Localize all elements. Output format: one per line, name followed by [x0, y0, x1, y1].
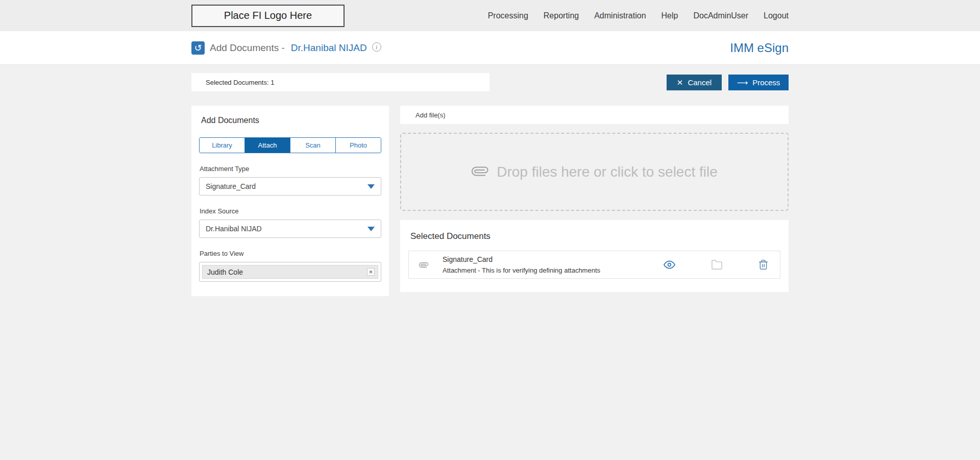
tab-scan[interactable]: Scan	[290, 138, 335, 153]
selected-documents-title: Selected Documents	[410, 231, 780, 241]
top-navigation: Processing Reporting Administration Help…	[488, 11, 789, 20]
cancel-button-label: Cancel	[688, 78, 712, 87]
nav-help[interactable]: Help	[662, 11, 678, 20]
document-description: Attachment - This is for verifying defin…	[443, 267, 600, 274]
toolbar-row: Selected Documents: 1 ✕ Cancel ⟶ Process	[191, 73, 789, 91]
tab-photo[interactable]: Photo	[335, 138, 381, 153]
tab-library[interactable]: Library	[200, 138, 244, 153]
attachment-type-label: Attachment Type	[200, 165, 381, 173]
delete-trash-icon[interactable]	[758, 259, 769, 271]
index-source-select[interactable]: Dr.Hanibal NIJAD	[199, 220, 381, 238]
add-documents-panel: Add Documents Library Attach Scan Photo …	[191, 106, 389, 296]
source-tabs: Library Attach Scan Photo	[199, 137, 381, 153]
files-column: Add file(s) Drop files here or click to …	[400, 106, 789, 292]
paperclip-icon	[416, 257, 431, 273]
document-name: Signature_Card	[443, 255, 600, 263]
attachment-type-value: Signature_Card	[206, 182, 256, 190]
dropzone-text: Drop files here or click to select file	[497, 164, 718, 180]
preview-eye-icon[interactable]	[664, 259, 675, 271]
x-icon: ✕	[677, 79, 683, 86]
page-title: Add Documents -	[210, 42, 285, 54]
parties-to-view-input[interactable]: Judith Cole ×	[199, 262, 381, 282]
toolbar-buttons: ✕ Cancel ⟶ Process	[667, 75, 789, 90]
selected-documents-card: Selected Documents Signature_Card Attach…	[400, 220, 789, 292]
remove-party-icon[interactable]: ×	[367, 268, 375, 276]
nav-logout[interactable]: Logout	[764, 11, 789, 20]
nav-reporting[interactable]: Reporting	[544, 11, 579, 20]
index-source-label: Index Source	[200, 207, 381, 215]
fi-logo-text: Place FI Logo Here	[224, 10, 312, 21]
cancel-button[interactable]: ✕ Cancel	[667, 75, 722, 90]
fi-logo-placeholder: Place FI Logo Here	[191, 5, 345, 27]
nav-processing[interactable]: Processing	[488, 11, 528, 20]
paperclip-icon	[465, 158, 493, 186]
process-button-label: Process	[752, 78, 780, 87]
party-chip: Judith Cole ×	[202, 265, 378, 279]
attachment-type-select[interactable]: Signature_Card	[199, 177, 381, 196]
document-row: Signature_Card Attachment - This is for …	[408, 251, 780, 279]
process-button[interactable]: ⟶ Process	[728, 75, 789, 90]
chevron-down-icon	[368, 184, 375, 189]
nav-docadminuser[interactable]: DocAdminUser	[693, 11, 748, 20]
chevron-down-icon	[368, 227, 375, 231]
parties-to-view-label: Parties to View	[200, 250, 381, 257]
party-chip-label: Judith Cole	[207, 268, 243, 276]
document-actions	[664, 259, 773, 271]
add-files-bar: Add file(s)	[400, 106, 789, 124]
history-icon: ↺	[191, 41, 205, 55]
file-dropzone[interactable]: Drop files here or click to select file	[400, 133, 789, 211]
page-header: ↺ Add Documents - Dr.Hanibal NIJAD i IMM…	[0, 31, 980, 65]
info-icon[interactable]: i	[372, 42, 381, 52]
selected-documents-count: Selected Documents: 1	[191, 73, 489, 91]
add-documents-panel-title: Add Documents	[201, 116, 381, 125]
topbar: Place FI Logo Here Processing Reporting …	[0, 0, 980, 31]
index-source-value: Dr.Hanibal NIJAD	[206, 225, 262, 233]
arrow-right-icon: ⟶	[737, 79, 748, 86]
document-info: Signature_Card Attachment - This is for …	[443, 255, 600, 274]
brand-imm-esign: IMM eSign	[730, 41, 789, 55]
nav-administration[interactable]: Administration	[594, 11, 646, 20]
folder-icon[interactable]	[711, 259, 723, 271]
tab-attach[interactable]: Attach	[244, 138, 290, 153]
customer-name-link[interactable]: Dr.Hanibal NIJAD	[291, 42, 367, 54]
header-title-group: ↺ Add Documents - Dr.Hanibal NIJAD i	[191, 41, 381, 55]
main-content: Selected Documents: 1 ✕ Cancel ⟶ Process…	[0, 65, 980, 460]
